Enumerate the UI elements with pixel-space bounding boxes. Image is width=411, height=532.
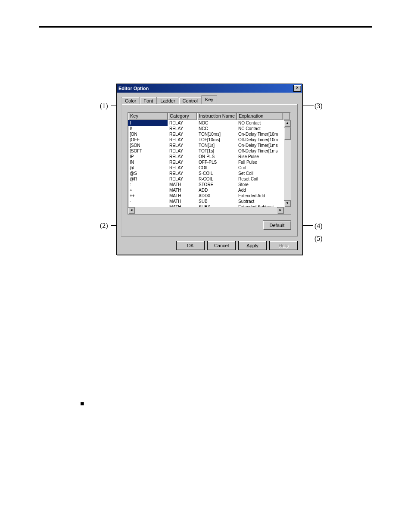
cell-ins: TOF[10ms]: [197, 137, 237, 143]
dialog-titlebar[interactable]: Editor Option ×: [117, 84, 302, 93]
ok-button[interactable]: OK: [176, 241, 205, 250]
tab-panel-key: Key Category Instruction Name Explanatio…: [121, 104, 298, 236]
table-row[interactable]: IRELAYNOCNO Contact: [128, 120, 284, 126]
table-row[interactable]: @RELAYCOILCoil: [128, 165, 284, 171]
cell-cat: RELAY: [168, 126, 197, 131]
cell-ins: R-COIL: [197, 176, 237, 182]
scroll-down-icon[interactable]: ▼: [284, 200, 291, 207]
table-row[interactable]: @RRELAYR-COILReset Coil: [128, 176, 284, 182]
table-row[interactable]: @SRELAYS-COILSet Coil: [128, 171, 284, 176]
cell-cat: RELAY: [168, 148, 197, 154]
cell-exp: Subtract: [237, 199, 283, 204]
scroll-thumb[interactable]: [284, 127, 291, 140]
cell-exp: On-Delay Timer[10m: [237, 131, 283, 137]
close-icon[interactable]: ×: [293, 85, 301, 92]
col-header-explanation[interactable]: Explanation: [237, 112, 283, 120]
horizontal-scrollbar[interactable]: ◄ ►: [128, 207, 284, 214]
col-header-scroll-spacer: [283, 112, 290, 120]
col-header-category[interactable]: Category: [168, 112, 197, 120]
cell-key: @S: [128, 171, 168, 176]
col-header-key[interactable]: Key: [128, 112, 168, 120]
cell-key: :: [128, 182, 168, 187]
table-row[interactable]: INRELAYOFF-PLSFall Pulse: [128, 159, 284, 165]
cell-key: IP: [128, 154, 168, 159]
cell-cat: RELAY: [168, 143, 197, 148]
scroll-corner: [284, 207, 291, 214]
dialog-button-row: OK Cancel Apply Help: [121, 241, 298, 250]
callout-1: (1): [100, 102, 108, 110]
apply-button[interactable]: Apply: [238, 241, 267, 250]
cell-key: [SOFF: [128, 148, 168, 154]
cell-exp: NC Contact: [237, 126, 283, 131]
tab-font[interactable]: Font: [140, 97, 157, 104]
table-row[interactable]: +MATHADDAdd: [128, 187, 284, 193]
cell-key: @R: [128, 176, 168, 182]
cell-cat: MATH: [168, 187, 197, 193]
tab-key[interactable]: Key: [201, 95, 217, 104]
table-row[interactable]: :MATHSTOREStore: [128, 182, 284, 187]
tab-color[interactable]: Color: [121, 97, 140, 104]
tabstrip: Color Font Ladder Control Key: [121, 95, 298, 104]
tab-ladder[interactable]: Ladder: [156, 97, 179, 104]
cell-exp: NO Contact: [237, 120, 283, 126]
cell-ins: NOC: [197, 120, 237, 126]
cell-ins: ADDX: [197, 193, 237, 199]
cell-cat: RELAY: [168, 176, 197, 182]
cell-cat: MATH: [168, 193, 197, 199]
cell-exp: Rise Pulse: [237, 154, 283, 159]
dialog-title: Editor Option: [118, 86, 149, 91]
cell-ins: NCC: [197, 126, 237, 131]
table-row[interactable]: --MATHSUBXExtended Subtract: [128, 204, 284, 207]
cell-ins: SUB: [197, 199, 237, 204]
cell-cat: RELAY: [168, 120, 197, 126]
table-row[interactable]: I/RELAYNCCNC Contact: [128, 126, 284, 131]
default-button[interactable]: Default: [263, 221, 291, 230]
cell-exp: Coil: [237, 165, 283, 171]
scroll-up-icon[interactable]: ▲: [284, 120, 291, 127]
key-listview[interactable]: Key Category Instruction Name Explanatio…: [128, 112, 291, 215]
scroll-right-icon[interactable]: ►: [277, 207, 284, 214]
cell-key: I/: [128, 126, 168, 131]
cell-cat: MATH: [168, 199, 197, 204]
table-row[interactable]: -MATHSUBSubtract: [128, 199, 284, 204]
cell-ins: SUBX: [197, 204, 237, 207]
cell-exp: Fall Pulse: [237, 159, 283, 165]
cell-exp: Add: [237, 187, 283, 193]
cell-key: I: [128, 120, 168, 126]
cell-cat: RELAY: [168, 171, 197, 176]
callout-2: (2): [100, 222, 108, 230]
table-row[interactable]: [SOFFRELAYTOF[1s]Off-Delay Timer[1ms: [128, 148, 284, 154]
page-top-rule: [39, 26, 372, 28]
callout-5: (5): [314, 235, 323, 243]
cell-ins: COIL: [197, 165, 237, 171]
table-row[interactable]: [SONRELAYTON[1s]On-Delay Timer[1ms: [128, 143, 284, 148]
cell-ins: ON-PLS: [197, 154, 237, 159]
listview-header-row: Key Category Instruction Name Explanatio…: [128, 112, 291, 120]
vertical-scrollbar[interactable]: ▲ ▼: [284, 120, 291, 207]
cell-ins: TON[1s]: [197, 143, 237, 148]
table-row[interactable]: [OFFRELAYTOF[10ms]Off-Delay Timer[10m: [128, 137, 284, 143]
cell-cat: RELAY: [168, 154, 197, 159]
cell-ins: ADD: [197, 187, 237, 193]
cell-ins: S-COIL: [197, 171, 237, 176]
table-row[interactable]: IPRELAYON-PLSRise Pulse: [128, 154, 284, 159]
cell-exp: Off-Delay Timer[1ms: [237, 148, 283, 154]
cell-key: ++: [128, 193, 168, 199]
help-button[interactable]: Help: [269, 241, 298, 250]
cell-key: [OFF: [128, 137, 168, 143]
tab-control[interactable]: Control: [179, 97, 202, 104]
table-row[interactable]: [ONRELAYTON[10ms]On-Delay Timer[10m: [128, 131, 284, 137]
cell-cat: RELAY: [168, 165, 197, 171]
scroll-left-icon[interactable]: ◄: [128, 207, 135, 214]
table-row[interactable]: ++MATHADDXExtended Add: [128, 193, 284, 199]
square-bullet-icon: ■: [80, 400, 84, 408]
col-header-instruction[interactable]: Instruction Name: [197, 112, 237, 120]
cancel-button[interactable]: Cancel: [207, 241, 236, 250]
cell-ins: TON[10ms]: [197, 131, 237, 137]
cell-cat: MATH: [168, 182, 197, 187]
cell-exp: Store: [237, 182, 283, 187]
cell-exp: On-Delay Timer[1ms: [237, 143, 283, 148]
cell-key: --: [128, 204, 168, 207]
cell-exp: Extended Subtract: [237, 204, 283, 207]
callout-4: (4): [314, 222, 323, 230]
